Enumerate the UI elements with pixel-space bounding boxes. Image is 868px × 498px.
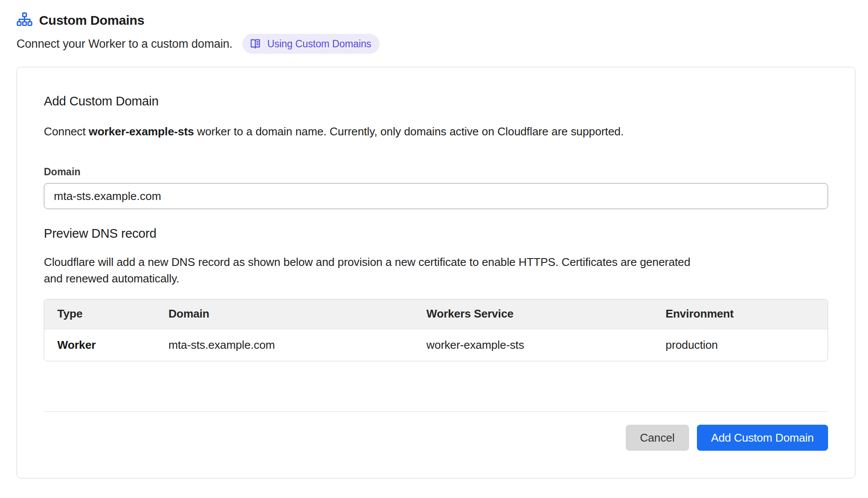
page-subtitle: Connect your Worker to a custom domain.	[17, 37, 232, 51]
intro-suffix: worker to a domain name. Currently, only…	[194, 125, 624, 138]
custom-domains-page: Custom Domains Connect your Worker to a …	[0, 0, 868, 478]
docs-link-label: Using Custom Domains	[267, 38, 371, 50]
worker-name: worker-example-sts	[89, 125, 194, 138]
cell-type: Worker	[44, 329, 155, 361]
sitemap-icon	[17, 12, 33, 28]
page-title: Custom Domains	[39, 13, 145, 28]
using-custom-domains-link[interactable]: Using Custom Domains	[242, 34, 380, 54]
preview-dns-heading: Preview DNS record	[44, 226, 828, 241]
page-header: Custom Domains	[17, 12, 855, 28]
column-header-domain: Domain	[155, 299, 413, 329]
domain-input[interactable]	[44, 183, 828, 209]
cell-environment: production	[653, 329, 828, 361]
add-custom-domain-button[interactable]: Add Custom Domain	[697, 425, 828, 451]
card-heading: Add Custom Domain	[44, 94, 828, 108]
column-header-workers-service: Workers Service	[413, 299, 653, 329]
footer-divider	[44, 411, 828, 412]
page-subheader: Connect your Worker to a custom domain. …	[17, 34, 855, 54]
column-header-environment: Environment	[653, 299, 828, 329]
intro-prefix: Connect	[44, 125, 89, 138]
card-intro: Connect worker-example-sts worker to a d…	[44, 125, 828, 138]
action-buttons: Cancel Add Custom Domain	[44, 425, 828, 451]
book-icon	[249, 38, 261, 50]
dns-preview-table: Type Domain Workers Service Environment …	[44, 299, 828, 361]
column-header-type: Type	[44, 299, 155, 329]
preview-dns-description: Cloudflare will add a new DNS record as …	[44, 254, 695, 287]
cancel-button[interactable]: Cancel	[626, 425, 689, 451]
cell-workers-service: worker-example-sts	[413, 329, 653, 361]
table-row: Worker mta-sts.example.com worker-exampl…	[44, 329, 828, 361]
cell-domain: mta-sts.example.com	[155, 329, 413, 361]
domain-label: Domain	[44, 166, 828, 178]
add-custom-domain-card: Add Custom Domain Connect worker-example…	[17, 67, 855, 478]
table-header-row: Type Domain Workers Service Environment	[44, 299, 828, 329]
